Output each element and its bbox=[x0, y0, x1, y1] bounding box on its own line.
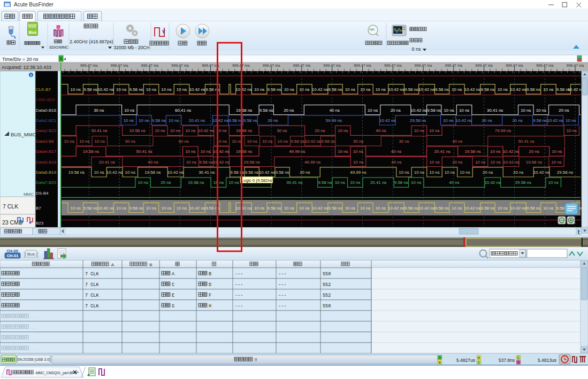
svg-text:10 ns: 10 ns bbox=[64, 139, 74, 144]
svg-text:B: B bbox=[439, 361, 441, 364]
svg-text:20 ns: 20 ns bbox=[161, 180, 171, 185]
svg-text:537.8ns: 537.8ns bbox=[499, 358, 515, 363]
svg-text:10 ns: 10 ns bbox=[299, 206, 309, 211]
svg-text:20.41 ns: 20.41 ns bbox=[370, 180, 386, 185]
svg-text:49.99 ns: 49.99 ns bbox=[289, 149, 305, 154]
svg-text:10 ns: 10 ns bbox=[353, 149, 363, 154]
svg-text:10 ns: 10 ns bbox=[177, 87, 187, 92]
svg-text:H: H bbox=[209, 304, 211, 309]
svg-text:10 ns: 10 ns bbox=[228, 180, 239, 185]
svg-text:10 ns: 10 ns bbox=[543, 206, 553, 211]
svg-text:10 ns: 10 ns bbox=[94, 170, 104, 175]
svg-text:10 ns: 10 ns bbox=[459, 108, 469, 113]
svg-text:20 ns: 20 ns bbox=[268, 118, 278, 123]
svg-text:10 ns: 10 ns bbox=[177, 206, 187, 211]
svg-text:19.58 ns: 19.58 ns bbox=[464, 149, 480, 154]
svg-text:10.42 ns: 10.42 ns bbox=[411, 108, 427, 113]
svg-text:F: F bbox=[209, 293, 211, 298]
svg-text:9.58 ns: 9.58 ns bbox=[329, 206, 342, 211]
svg-text:9.58 ns: 9.58 ns bbox=[83, 206, 97, 211]
svg-text:10.42 ns: 10.42 ns bbox=[510, 87, 526, 92]
svg-text:999.47 ms: 999.47 ms bbox=[445, 64, 463, 67]
svg-text:20 ns: 20 ns bbox=[483, 170, 493, 175]
svg-text:19.58 ns: 19.58 ns bbox=[188, 180, 204, 185]
svg-text:10 ns: 10 ns bbox=[414, 128, 424, 133]
svg-text:10 ns: 10 ns bbox=[353, 160, 363, 165]
svg-text:CLK-B7: CLK-B7 bbox=[36, 87, 51, 92]
svg-text:A: A bbox=[439, 356, 441, 359]
svg-text:): ) bbox=[24, 251, 26, 258]
svg-text:Data5-B18: Data5-B18 bbox=[36, 160, 57, 165]
svg-text:10.42 ns: 10.42 ns bbox=[305, 139, 321, 144]
svg-text:10 ns: 10 ns bbox=[116, 87, 126, 92]
svg-text:10 ns: 10 ns bbox=[360, 87, 370, 92]
svg-text:v: v bbox=[162, 28, 165, 34]
svg-text:40 ns: 40 ns bbox=[391, 160, 401, 165]
svg-text:9.58 ns: 9.58 ns bbox=[481, 87, 495, 92]
svg-text:20.41 ns: 20.41 ns bbox=[434, 149, 450, 154]
svg-text:10 ns: 10 ns bbox=[552, 149, 562, 154]
svg-text:---: --- bbox=[278, 272, 286, 277]
svg-text:B: B bbox=[209, 272, 211, 277]
svg-text:DS-B4: DS-B4 bbox=[36, 191, 49, 196]
svg-text:SN:20258 (USB 3.0): SN:20258 (USB 3.0) bbox=[17, 358, 50, 362]
svg-text:9.58 ns: 9.58 ns bbox=[83, 87, 97, 92]
svg-text:10 ns: 10 ns bbox=[399, 170, 409, 175]
svg-text:9.58 ns: 9.58 ns bbox=[435, 206, 449, 211]
svg-text:29.58 ns: 29.58 ns bbox=[515, 180, 531, 185]
svg-text:---: --- bbox=[278, 282, 286, 288]
svg-text:9.58 ns: 9.58 ns bbox=[481, 206, 495, 211]
svg-text:10 ns: 10 ns bbox=[254, 206, 264, 211]
svg-text:7 CLK: 7 CLK bbox=[85, 304, 99, 309]
svg-text:20 ns: 20 ns bbox=[315, 128, 325, 133]
svg-text:20 ns: 20 ns bbox=[529, 149, 539, 154]
svg-text:10 ns: 10 ns bbox=[185, 128, 195, 133]
svg-text:999.47 ms: 999.47 ms bbox=[80, 64, 98, 67]
svg-text:49.99 ns: 49.99 ns bbox=[350, 170, 366, 175]
svg-text:29.58 ns: 29.58 ns bbox=[410, 118, 426, 123]
svg-text:B23: B23 bbox=[36, 221, 44, 226]
svg-text:19.58 ns: 19.58 ns bbox=[83, 149, 99, 154]
svg-text:9.58 ns: 9.58 ns bbox=[394, 180, 408, 185]
svg-text:2.40GHz (416.667ps): 2.40GHz (416.667ps) bbox=[70, 39, 113, 44]
svg-text:10 ns: 10 ns bbox=[551, 160, 561, 165]
svg-text:10 ns: 10 ns bbox=[284, 87, 294, 92]
svg-text:19.58 ns: 19.58 ns bbox=[526, 160, 542, 165]
svg-text:9.58 ns: 9.58 ns bbox=[526, 87, 540, 92]
svg-text:!!: !! bbox=[255, 357, 257, 362]
svg-text:10 ns: 10 ns bbox=[125, 170, 135, 175]
svg-text:999.47 ms: 999.47 ms bbox=[384, 64, 402, 67]
svg-text:20.41 ns: 20.41 ns bbox=[189, 118, 205, 123]
svg-text:19.58 ns: 19.58 ns bbox=[144, 170, 161, 175]
svg-text:10 ns: 10 ns bbox=[411, 180, 421, 185]
svg-text:SDIO/MMC: SDIO/MMC bbox=[49, 45, 68, 49]
svg-text:10 ns: 10 ns bbox=[376, 206, 386, 211]
svg-text:550: 550 bbox=[323, 272, 331, 277]
svg-text:10 ns: 10 ns bbox=[350, 180, 360, 185]
svg-text:30.41 ns: 30.41 ns bbox=[198, 170, 215, 175]
svg-text:7 CLK: 7 CLK bbox=[3, 203, 18, 210]
svg-text:10.42 ns: 10.42 ns bbox=[235, 87, 251, 92]
svg-text:10.42 ns: 10.42 ns bbox=[418, 87, 434, 92]
svg-text:19.58 ns: 19.58 ns bbox=[68, 170, 85, 175]
svg-text:10 ns: 10 ns bbox=[284, 206, 294, 211]
svg-text:CH-01: CH-01 bbox=[7, 253, 19, 258]
svg-text:19.58 ns: 19.58 ns bbox=[236, 128, 252, 133]
svg-text:10.42 ns: 10.42 ns bbox=[418, 206, 434, 211]
svg-text:19.58 ns: 19.58 ns bbox=[236, 108, 252, 113]
svg-text:10 ns: 10 ns bbox=[155, 128, 165, 133]
svg-text:40 ns: 40 ns bbox=[452, 139, 462, 144]
svg-text:D: D bbox=[517, 361, 520, 364]
svg-text:10 ns: 10 ns bbox=[146, 87, 156, 92]
svg-text:---: --- bbox=[235, 293, 243, 298]
svg-text:10.42 ns: 10.42 ns bbox=[259, 170, 275, 175]
svg-text:10 ns: 10 ns bbox=[414, 170, 424, 175]
svg-text:10 ns: 10 ns bbox=[498, 87, 508, 92]
svg-text:30 ns: 30 ns bbox=[353, 139, 363, 144]
svg-text:10 ns: 10 ns bbox=[429, 128, 439, 133]
svg-text:59.99 ns: 59.99 ns bbox=[326, 118, 342, 123]
svg-text:10 ns: 10 ns bbox=[170, 128, 180, 133]
svg-text:40 ns: 40 ns bbox=[148, 160, 158, 165]
svg-text:10 ns: 10 ns bbox=[360, 206, 370, 211]
svg-text:10 ns: 10 ns bbox=[521, 108, 531, 113]
